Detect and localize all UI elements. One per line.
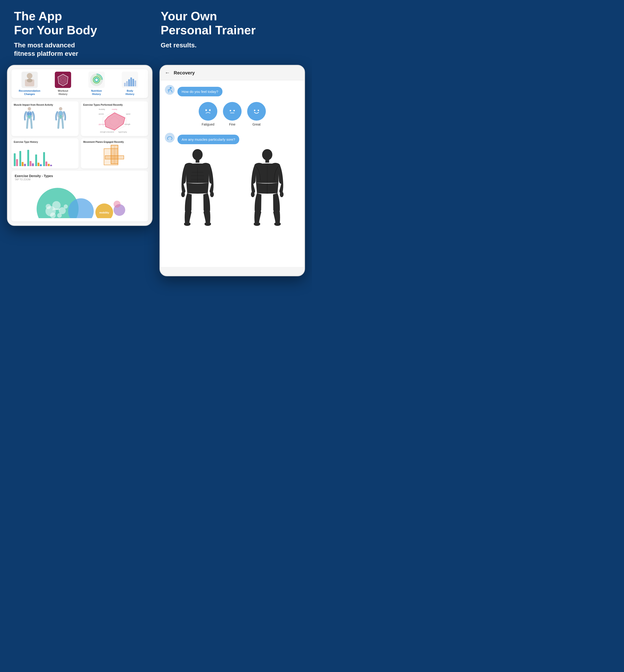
bar [48, 164, 50, 166]
svg-point-21 [27, 115, 31, 118]
tab-body[interactable]: BodyHistory [114, 72, 146, 95]
bar [27, 150, 29, 166]
bar [16, 159, 18, 166]
tabs-row: RecommendationChanges [11, 69, 148, 98]
bar [19, 151, 21, 166]
density-card: Exercise Density - Types TAP TO ZOOM [11, 171, 148, 221]
tab-workout[interactable]: WorkoutHistory [47, 72, 79, 95]
exercise-history-card: Exercise Type History [11, 139, 79, 169]
feeling-fatigued[interactable]: Fatigued [199, 102, 217, 126]
bar [43, 152, 45, 166]
body-models [165, 149, 300, 228]
svg-point-93 [254, 222, 260, 226]
density-chart-area[interactable]: power mobility [15, 183, 145, 218]
svg-point-57 [170, 87, 172, 89]
feeling-label-fine: Fine [229, 123, 235, 126]
tab-icon-body [122, 72, 138, 88]
svg-point-17 [28, 107, 31, 110]
svg-point-94 [274, 222, 281, 226]
svg-point-55 [113, 201, 121, 208]
svg-point-67 [258, 110, 259, 111]
svg-point-22 [59, 107, 62, 110]
movement-planes-title: Movement Planes Engaged Recently [83, 141, 146, 143]
bar [35, 154, 37, 166]
muscle-impact-title: Muscle Impact from Recent Activity [14, 104, 76, 106]
svg-rect-13 [128, 79, 130, 86]
svg-point-46 [50, 213, 56, 218]
svg-marker-6 [58, 74, 68, 86]
left-phone-content: RecommendationChanges [8, 66, 152, 225]
exercise-types-card: Exercise Types Performed Recently mobili… [81, 101, 148, 136]
feeling-circle-fatigued [199, 102, 217, 121]
svg-point-49 [64, 204, 68, 208]
svg-point-20 [29, 112, 32, 116]
chat-avatar-1 [165, 85, 175, 95]
svg-point-52 [95, 203, 113, 218]
tab-label-recommendation: RecommendationChanges [19, 90, 40, 95]
svg-text:hypertrophy: hypertrophy [119, 131, 127, 133]
bar-group-5 [43, 152, 52, 166]
bar-group-4 [35, 154, 42, 166]
svg-text:strength endurance: strength endurance [100, 131, 114, 133]
feeling-fine[interactable]: Fine [223, 102, 241, 126]
charts-grid: Muscle Impact from Recent Activity [11, 101, 148, 169]
chat-row-1: How do you feel today? [165, 85, 300, 96]
svg-text:strength: strength [125, 123, 130, 125]
feeling-options: Fatigued [165, 102, 300, 126]
svg-rect-14 [130, 77, 132, 86]
bar [46, 161, 47, 166]
tab-icon-nutrition [88, 72, 105, 88]
bar [32, 163, 34, 166]
feeling-label-great: Great [252, 123, 260, 126]
svg-point-58 [203, 107, 213, 116]
bar-group-2 [19, 151, 26, 166]
svg-text:glycolytic: glycolytic [99, 123, 105, 125]
svg-point-77 [181, 192, 185, 197]
svg-point-59 [205, 110, 207, 111]
svg-point-69 [192, 149, 203, 160]
svg-point-48 [46, 204, 51, 209]
svg-text:mobility: mobility [112, 108, 117, 110]
recovery-header: ← Recovery [160, 66, 304, 80]
svg-point-25 [59, 115, 62, 118]
movement-area [83, 145, 146, 166]
tab-recommendation[interactable]: RecommendationChanges [14, 72, 46, 95]
feeling-great[interactable]: Great [247, 102, 266, 126]
chat-avatar-2 [165, 133, 175, 143]
back-button[interactable]: ← [165, 70, 170, 76]
bar [30, 161, 31, 166]
svg-rect-15 [132, 79, 134, 86]
svg-rect-70 [196, 159, 199, 163]
feeling-circle-great [247, 102, 266, 121]
bar-group-1 [14, 153, 18, 166]
bar [37, 163, 40, 166]
svg-text:mobility: mobility [99, 211, 109, 214]
svg-rect-16 [134, 80, 136, 86]
svg-point-83 [262, 149, 272, 160]
svg-point-88 [251, 192, 255, 197]
svg-rect-11 [124, 83, 126, 86]
svg-rect-12 [126, 81, 128, 86]
tab-icon-recommendation [22, 72, 38, 88]
right-phone: ← Recovery [159, 65, 305, 276]
bar [14, 153, 16, 166]
right-subtitle: Get results. [161, 41, 298, 49]
question-bubble-1: How do you feel today? [178, 87, 223, 96]
svg-point-56 [165, 85, 174, 94]
tab-label-nutrition: NutritionHistory [91, 90, 102, 95]
bar [22, 162, 24, 166]
svg-point-81 [184, 222, 190, 226]
svg-text:power: power [53, 208, 60, 210]
body-model-back [235, 149, 300, 228]
svg-text:aerobic: aerobic [99, 113, 104, 115]
question-bubble-2: Are any muscles particularly sore? [178, 134, 239, 144]
muscle-impact-card: Muscle Impact from Recent Activity [11, 101, 79, 136]
tab-nutrition[interactable]: NutritionHistory [81, 72, 112, 95]
svg-point-63 [233, 110, 235, 111]
phones-section: RecommendationChanges [0, 65, 312, 276]
svg-point-19 [27, 112, 29, 116]
recovery-body: How do you feel today? [160, 80, 304, 267]
movement-planes-card: Movement Planes Engaged Recently [81, 139, 148, 169]
svg-point-78 [210, 192, 214, 197]
svg-text:flexibility: flexibility [99, 108, 105, 110]
